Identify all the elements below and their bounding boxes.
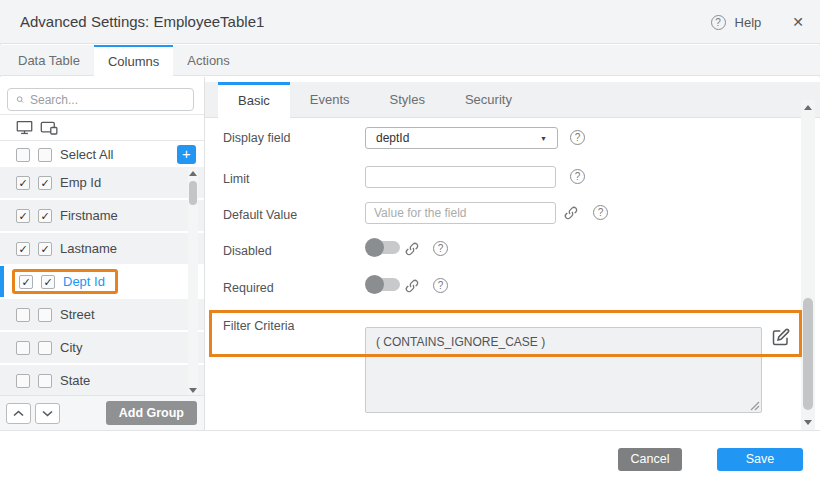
- column-label[interactable]: Firstname: [60, 208, 118, 223]
- default-value-bind-button[interactable]: [562, 203, 580, 223]
- column-row[interactable]: City: [0, 332, 204, 363]
- column-web-checkbox[interactable]: [16, 341, 30, 355]
- tab-basic[interactable]: Basic: [218, 82, 290, 118]
- column-web-checkbox[interactable]: ✓: [16, 242, 30, 256]
- desktop-icon[interactable]: [16, 120, 33, 135]
- save-button[interactable]: Save: [717, 448, 803, 471]
- column-row[interactable]: ✓✓Emp Id: [0, 167, 204, 198]
- scroll-up-icon[interactable]: [189, 171, 197, 176]
- column-label[interactable]: Lastname: [60, 241, 117, 256]
- column-mobile-checkbox[interactable]: ✓: [41, 275, 55, 289]
- column-label[interactable]: Emp Id: [60, 175, 101, 190]
- help-icon[interactable]: ?: [711, 15, 726, 30]
- select-all-row: Select All +: [0, 142, 204, 167]
- column-row[interactable]: ✓✓Firstname: [0, 200, 204, 231]
- select-all-web-checkbox[interactable]: [16, 148, 30, 162]
- chevron-down-icon: [42, 410, 53, 417]
- search-input[interactable]: [30, 93, 185, 107]
- display-field-help-icon[interactable]: ?: [570, 130, 585, 145]
- advanced-settings-modal: Advanced Settings: EmployeeTable1 ? Help…: [0, 0, 820, 487]
- scroll-down-icon[interactable]: [189, 388, 197, 393]
- tab-events[interactable]: Events: [290, 82, 370, 117]
- search-icon: [16, 93, 24, 106]
- column-web-checkbox[interactable]: ✓: [19, 275, 33, 289]
- add-column-button[interactable]: +: [177, 145, 196, 164]
- required-help-icon[interactable]: ?: [433, 278, 448, 293]
- link-icon: [563, 205, 579, 221]
- tab-styles[interactable]: Styles: [370, 82, 445, 117]
- sidebar-footer: Add Group: [0, 395, 204, 430]
- default-value-input[interactable]: [365, 202, 556, 224]
- mobile-tablet-icon[interactable]: [40, 120, 59, 135]
- add-group-button[interactable]: Add Group: [106, 401, 197, 425]
- close-icon[interactable]: ✕: [792, 14, 804, 30]
- column-label[interactable]: City: [60, 340, 82, 355]
- column-row-content: ✓✓Lastname: [16, 241, 117, 256]
- column-web-checkbox[interactable]: ✓: [16, 176, 30, 190]
- help-link[interactable]: Help: [735, 15, 762, 30]
- display-field-value: deptId: [376, 131, 409, 145]
- column-row-content: ✓✓Emp Id: [16, 175, 101, 190]
- scroll-up-icon[interactable]: [804, 105, 812, 110]
- limit-help-icon[interactable]: ?: [570, 169, 585, 184]
- cancel-button[interactable]: Cancel: [618, 448, 682, 471]
- column-mobile-checkbox[interactable]: ✓: [38, 176, 52, 190]
- required-bind-button[interactable]: [403, 276, 421, 296]
- move-down-button[interactable]: [35, 403, 60, 424]
- column-row-content: ✓✓Firstname: [16, 208, 118, 223]
- disabled-help-icon[interactable]: ?: [433, 241, 448, 256]
- column-web-checkbox[interactable]: [16, 308, 30, 322]
- tab-security[interactable]: Security: [445, 82, 532, 117]
- main-tab-bar: Data Table Columns Actions: [0, 45, 820, 76]
- default-value-help-icon[interactable]: ?: [593, 205, 608, 220]
- filter-criteria-edit-button[interactable]: [770, 326, 792, 348]
- scroll-down-icon[interactable]: [804, 420, 812, 425]
- column-label[interactable]: Street: [60, 307, 95, 322]
- column-mobile-checkbox[interactable]: [38, 308, 52, 322]
- column-mobile-checkbox[interactable]: [38, 341, 52, 355]
- display-field-select[interactable]: deptId ▼: [365, 127, 558, 149]
- default-value-label: Default Value: [223, 208, 297, 222]
- limit-input[interactable]: [365, 166, 556, 188]
- column-row-content: State: [16, 373, 90, 388]
- column-label[interactable]: Dept Id: [63, 274, 105, 289]
- disabled-label: Disabled: [223, 244, 272, 258]
- column-row-highlight: ✓✓Dept Id: [12, 269, 118, 294]
- column-mobile-checkbox[interactable]: [38, 374, 52, 388]
- tab-data-table[interactable]: Data Table: [4, 45, 94, 75]
- device-filter-row: [0, 114, 204, 141]
- required-label: Required: [223, 281, 274, 295]
- search-box: [7, 88, 194, 111]
- column-label[interactable]: State: [60, 373, 90, 388]
- settings-tab-bar: Basic Events Styles Security: [205, 82, 820, 118]
- disabled-toggle[interactable]: [365, 238, 401, 257]
- column-row[interactable]: State: [0, 365, 204, 396]
- panel-scrollbar[interactable]: [801, 100, 815, 430]
- disabled-bind-button[interactable]: [403, 239, 421, 259]
- column-mobile-checkbox[interactable]: ✓: [38, 209, 52, 223]
- column-row[interactable]: ✓✓Dept Id: [0, 266, 204, 297]
- column-web-checkbox[interactable]: [16, 374, 30, 388]
- scrollbar-thumb[interactable]: [803, 298, 813, 410]
- filter-criteria-textarea[interactable]: ( CONTAINS_IGNORE_CASE ): [365, 327, 762, 413]
- tab-actions[interactable]: Actions: [173, 45, 244, 75]
- sidebar-scrollbar[interactable]: [188, 169, 198, 395]
- required-toggle[interactable]: [365, 275, 401, 294]
- link-icon: [404, 241, 420, 257]
- column-row-content: City: [16, 340, 82, 355]
- column-row[interactable]: Street: [0, 299, 204, 330]
- filter-criteria-label: Filter Criteria: [223, 319, 295, 333]
- column-mobile-checkbox[interactable]: ✓: [38, 242, 52, 256]
- tab-columns[interactable]: Columns: [94, 45, 173, 76]
- column-web-checkbox[interactable]: ✓: [16, 209, 30, 223]
- limit-label: Limit: [223, 172, 249, 186]
- resize-handle-icon[interactable]: [750, 401, 760, 411]
- column-row[interactable]: ✓✓Lastname: [0, 233, 204, 264]
- caret-down-icon: ▼: [540, 135, 547, 142]
- column-row-content: Street: [16, 307, 95, 322]
- modal-footer: Cancel Save: [0, 430, 820, 487]
- select-all-mobile-checkbox[interactable]: [38, 148, 52, 162]
- scrollbar-thumb[interactable]: [189, 181, 197, 205]
- display-field-label: Display field: [223, 131, 290, 145]
- move-up-button[interactable]: [6, 403, 31, 424]
